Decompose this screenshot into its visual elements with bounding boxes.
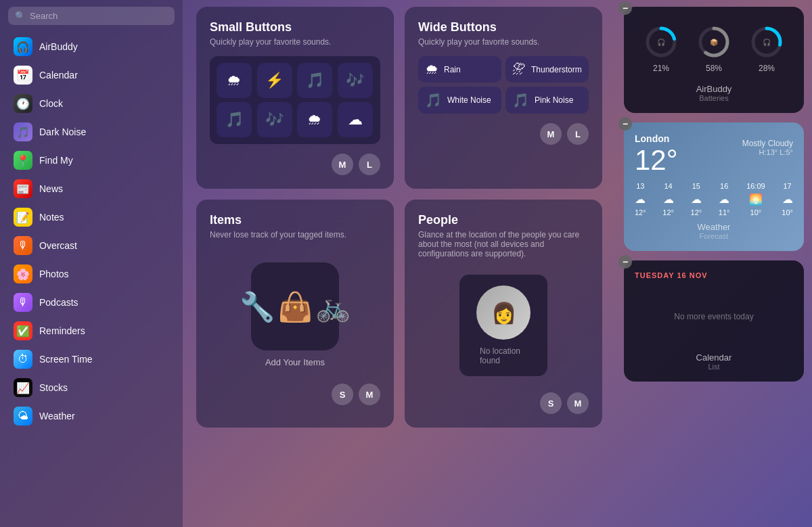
sidebar-item-airbuddy[interactable]: 🎧 AirBuddy <box>8 33 175 60</box>
wide-buttons-card: Wide Buttons Quickly play your favorite … <box>405 7 602 189</box>
forecast-temp-4: 10° <box>750 208 762 216</box>
avatar-m4[interactable]: M <box>567 392 589 414</box>
small-sound-btn-3[interactable]: 🎶 <box>338 63 373 98</box>
weather-condition: Mostly Cloudy <box>742 139 793 148</box>
sidebar-item-notes[interactable]: 📝 Notes <box>8 204 175 231</box>
sidebar-label-airbuddy: AirBuddy <box>39 41 78 52</box>
sidebar-label-darknoise: Dark Noise <box>39 127 86 137</box>
sidebar-item-photos[interactable]: 🌸 Photos <box>8 260 175 288</box>
sidebar-item-stocks[interactable]: 📈 Stocks <box>8 374 175 401</box>
wide-buttons-grid: 🌧Rain⛈Thunderstorm🎵White Noise🎵Pink Nois… <box>418 56 589 114</box>
avatar-l[interactable]: L <box>359 154 380 175</box>
avatar-m3[interactable]: M <box>359 384 380 405</box>
forecast-13: 13 ☁ 12° <box>635 182 646 216</box>
small-sound-btn-6[interactable]: 🌧 <box>297 102 332 137</box>
sidebar-item-news[interactable]: 📰 News <box>8 175 175 202</box>
small-sound-btn-2[interactable]: 🎵 <box>297 63 332 98</box>
avatar-l2[interactable]: L <box>567 123 589 145</box>
forecast-temp-2: 12° <box>691 208 702 216</box>
wide-buttons-subtitle: Quickly play your favorite sounds. <box>418 37 589 47</box>
sidebar-item-reminders[interactable]: ✅ Reminders <box>8 317 175 344</box>
item-icon-2: 🚲 <box>315 290 351 323</box>
forecast-day-2: 15 <box>692 182 700 190</box>
items-card: Items Never lose track of your tagged it… <box>196 200 394 428</box>
circle-pct-center: 📦 <box>710 39 718 46</box>
forecast-icon-4: 🌅 <box>749 193 763 206</box>
weather-hl: H:13° L:5° <box>742 148 793 156</box>
calendar-minus-btn[interactable]: − <box>618 255 632 269</box>
forecast-day-4: 16:09 <box>746 182 765 190</box>
people-preview: 👩 No location found <box>418 268 589 383</box>
circle-chart-left: 🎧 <box>644 24 679 60</box>
sidebar-item-findmy[interactable]: 📍 Find My <box>8 147 175 174</box>
sidebar-label-clock: Clock <box>39 98 63 109</box>
no-location-text: No location found <box>480 346 527 365</box>
forecast-icon-5: ☁ <box>782 193 793 206</box>
sidebar-item-podcasts[interactable]: 🎙 Podcasts <box>8 289 175 316</box>
circle-chart-right: 🎧 <box>749 24 784 60</box>
circle-center: 📦 58% <box>696 24 731 73</box>
small-sound-btn-0[interactable]: 🌧 <box>217 63 252 98</box>
forecast-temp-1: 12° <box>662 208 674 216</box>
people-card-inner: 👩 No location found <box>459 275 547 376</box>
wide-btn-3[interactable]: 🎵Pink Noise <box>505 87 589 114</box>
wide-btn-1[interactable]: ⛈Thunderstorm <box>505 56 589 83</box>
items-footer: S M <box>210 384 380 405</box>
weather-forecast-row: 13 ☁ 12° 14 ☁ 12° 15 ☁ 12° 16 ☁ 11° 16:0… <box>635 182 793 216</box>
sidebar-label-podcasts: Podcasts <box>39 297 78 308</box>
circle-right: 🎧 28% <box>749 24 784 73</box>
small-sound-btn-7[interactable]: ☁ <box>338 102 373 137</box>
app-icon-notes: 📝 <box>14 208 32 227</box>
search-box[interactable]: 🔍 <box>8 7 175 25</box>
weather-minus-btn[interactable]: − <box>618 117 632 131</box>
avatar-m2[interactable]: M <box>540 123 562 145</box>
items-title: Items <box>210 213 380 227</box>
circle-pct-left: 🎧 <box>657 39 665 46</box>
wide-btn-0[interactable]: 🌧Rain <box>418 56 501 83</box>
sidebar-item-clock[interactable]: 🕐 Clock <box>8 90 175 117</box>
sidebar-item-screentime[interactable]: ⏱ Screen Time <box>8 346 175 373</box>
wide-btn-icon-0: 🌧 <box>425 62 438 77</box>
calendar-widget: − TUESDAY 16 NOV No more events today Ca… <box>624 260 804 382</box>
forecast-16: 16 ☁ 11° <box>719 182 730 216</box>
main-content: Small Buttons Quickly play your favorite… <box>183 0 616 527</box>
wide-btn-label-0: Rain <box>444 65 461 74</box>
sidebar-label-findmy: Find My <box>39 155 73 166</box>
search-input[interactable] <box>30 11 168 21</box>
small-sound-btn-4[interactable]: 🎵 <box>217 102 252 137</box>
sidebar-item-overcast[interactable]: 🎙 Overcast <box>8 232 175 259</box>
app-icon-clock: 🕐 <box>14 94 32 113</box>
forecast-day-0: 13 <box>636 182 644 190</box>
app-icon-findmy: 📍 <box>14 151 32 170</box>
sidebar-item-weather[interactable]: 🌤 Weather <box>8 403 175 430</box>
forecast-day-3: 16 <box>720 182 728 190</box>
sidebar-label-overcast: Overcast <box>39 240 77 251</box>
avatar-m[interactable]: M <box>332 154 353 175</box>
sidebar-item-darknoise[interactable]: 🎵 Dark Noise <box>8 118 175 145</box>
app-icon-photos: 🌸 <box>14 265 32 283</box>
sidebar-item-calendar[interactable]: 📅 Calendar <box>8 62 175 89</box>
small-sound-btn-1[interactable]: ⚡ <box>257 63 292 98</box>
small-buttons-title: Small Buttons <box>210 20 380 35</box>
sidebar-label-photos: Photos <box>39 269 69 279</box>
people-avatar: 👩 <box>476 285 531 340</box>
avatar-s[interactable]: S <box>332 384 353 405</box>
app-icon-darknoise: 🎵 <box>14 122 32 141</box>
calendar-title: Calendar <box>635 352 793 363</box>
airbuddy-circles: 🎧 21% 📦 58% <box>635 18 793 80</box>
small-buttons-footer: M L <box>210 154 380 175</box>
forecast-15: 15 ☁ 12° <box>691 182 702 216</box>
airbuddy-widget: − 🎧 21% 📦 <box>624 7 804 113</box>
forecast-17: 17 ☁ 10° <box>782 182 793 216</box>
avatar-s2[interactable]: S <box>540 392 562 414</box>
app-icon-calendar: 📅 <box>14 66 32 85</box>
airbuddy-minus-btn[interactable]: − <box>618 1 632 15</box>
sidebar-label-calendar: Calendar <box>39 70 78 81</box>
items-add-label[interactable]: Add Your Items <box>265 357 325 367</box>
right-panel: − 🎧 21% 📦 <box>616 0 812 527</box>
small-sound-btn-5[interactable]: 🎶 <box>257 102 292 137</box>
wide-buttons-footer: M L <box>418 123 589 145</box>
weather-temp: 12° <box>635 144 678 177</box>
circle-label-center: 58% <box>706 64 722 73</box>
wide-btn-2[interactable]: 🎵White Noise <box>418 87 501 114</box>
